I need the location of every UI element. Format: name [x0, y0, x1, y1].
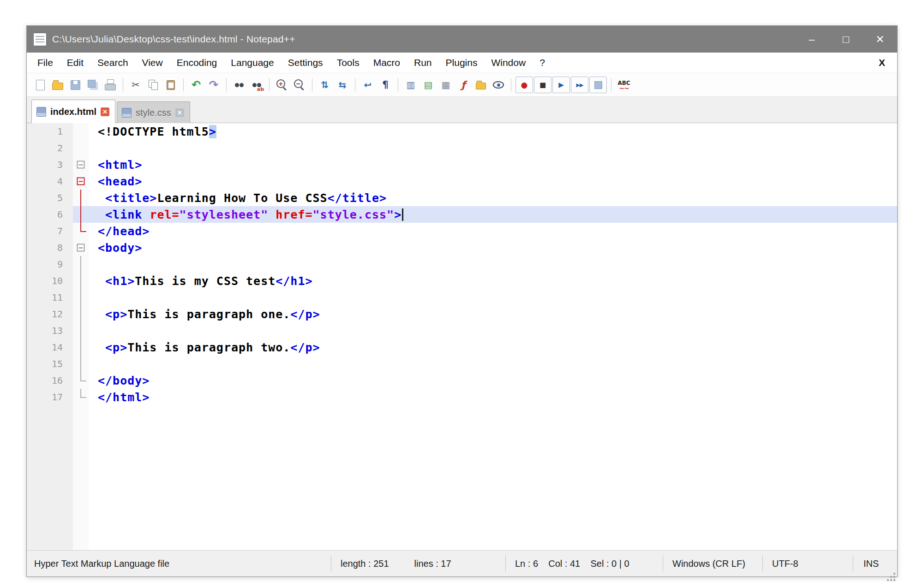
code-line-10[interactable]: 10 <h1>This is my CSS test</h1> — [27, 273, 897, 289]
word-wrap-button[interactable] — [360, 77, 376, 93]
menu-settings[interactable]: Settings — [281, 53, 330, 73]
line-number: 1 — [27, 126, 73, 137]
menu-encoding[interactable]: Encoding — [170, 53, 224, 73]
status-bar: Hyper Text Markup Language file length :… — [27, 550, 897, 576]
document-map-button[interactable] — [438, 77, 454, 93]
code-line-8[interactable]: 8<body> — [27, 239, 897, 256]
line-number: 11 — [27, 292, 73, 303]
code-text: <h1>This is my CSS test</h1> — [89, 274, 313, 288]
menu-language[interactable]: Language — [224, 53, 281, 73]
code-line-13[interactable]: 13 — [27, 322, 897, 339]
save-icon — [67, 77, 84, 93]
close-document-button[interactable]: X — [879, 57, 897, 68]
toolbar-divider — [355, 78, 355, 91]
code-line-12[interactable]: 12 <p>This is paragraph one.</p> — [27, 306, 897, 322]
fold-margin[interactable] — [73, 239, 89, 256]
macro-playback-button[interactable] — [552, 77, 570, 93]
code-line-2[interactable]: 2 — [27, 140, 897, 156]
code-text: <!DOCTYPE html5> — [89, 125, 216, 138]
macro-save-button[interactable] — [589, 77, 607, 93]
code-line-4[interactable]: 4<head> — [27, 173, 897, 190]
copy-button[interactable] — [145, 77, 162, 93]
replace-button[interactable] — [248, 77, 265, 93]
function-list-button[interactable] — [455, 77, 472, 93]
code-line-6[interactable]: 6 <link rel="stylesheet" href="style.css… — [27, 206, 897, 223]
tab-close-icon[interactable]: ✕ — [175, 108, 184, 117]
fold-collapse-icon[interactable] — [77, 244, 85, 252]
code-line-17[interactable]: 17</html> — [27, 389, 897, 405]
menu-window[interactable]: Window — [484, 53, 533, 73]
save-button[interactable] — [67, 77, 84, 93]
code-line-11[interactable]: 11 — [27, 289, 897, 306]
fold-collapse-icon[interactable] — [77, 161, 85, 169]
print-icon — [102, 77, 119, 93]
tab-style-css[interactable]: style.css✕ — [117, 101, 190, 123]
tab-index-html[interactable]: index.html✕ — [31, 100, 115, 123]
fold-line — [80, 306, 81, 322]
fold-margin[interactable] — [73, 156, 89, 173]
title-bar[interactable]: C:\Users\Julia\Desktop\css-test\index.ht… — [27, 26, 897, 53]
macro-save-icon — [590, 77, 606, 93]
menu-run[interactable]: Run — [407, 53, 439, 73]
define-language-button[interactable] — [420, 77, 437, 93]
save-all-button[interactable] — [84, 77, 101, 93]
code-line-14[interactable]: 14 <p>This is paragraph two.</p> — [27, 339, 897, 356]
menu-macro[interactable]: Macro — [366, 53, 407, 73]
zoom-in-button[interactable] — [274, 77, 290, 93]
fold-margin — [73, 256, 89, 273]
code-line-7[interactable]: 7</head> — [27, 223, 897, 239]
find-button[interactable] — [231, 77, 247, 93]
undo-button[interactable] — [188, 77, 204, 93]
tab-close-icon[interactable]: ✕ — [101, 107, 109, 116]
folder-as-workspace-button[interactable] — [473, 77, 489, 93]
code-line-3[interactable]: 3<html> — [27, 156, 897, 173]
spell-check-button[interactable] — [616, 77, 632, 93]
code-line-5[interactable]: 5 <title>Learning How To Use CSS</title> — [27, 190, 897, 206]
toolbar-divider — [312, 78, 312, 91]
menu-tools[interactable]: Tools — [330, 53, 366, 73]
save-all-icon — [84, 77, 101, 93]
show-indent-guide-icon — [402, 77, 419, 93]
file-saved-icon — [36, 107, 46, 117]
menu-file[interactable]: File — [30, 53, 60, 73]
notepad-app-icon — [33, 33, 47, 46]
editor[interactable]: 1<!DOCTYPE html5>23<html>4<head>5 <title… — [27, 123, 897, 550]
menu-edit[interactable]: Edit — [60, 53, 90, 73]
resize-grip[interactable] — [893, 573, 895, 575]
window-title: C:\Users\Julia\Desktop\css-test\index.ht… — [52, 34, 295, 45]
fold-collapse-icon[interactable] — [77, 178, 85, 185]
macro-stop-button[interactable] — [534, 77, 551, 93]
menu-help[interactable]: ? — [533, 53, 552, 73]
minimize-button[interactable]: – — [795, 26, 829, 53]
macro-record-button[interactable] — [515, 77, 533, 93]
maximize-button[interactable]: □ — [829, 26, 863, 53]
open-file-button[interactable] — [49, 77, 66, 93]
fold-margin — [73, 190, 89, 206]
code-line-16[interactable]: 16</body> — [27, 372, 897, 389]
redo-button[interactable] — [205, 77, 222, 93]
menu-search[interactable]: Search — [90, 53, 135, 73]
menu-plugins[interactable]: Plugins — [439, 53, 485, 73]
code-line-9[interactable]: 9 — [27, 256, 897, 273]
paste-button[interactable] — [162, 77, 179, 93]
code-text: <p>This is paragraph two.</p> — [89, 341, 320, 354]
fold-margin[interactable] — [73, 173, 89, 190]
show-indent-guide-button[interactable] — [402, 77, 419, 93]
cut-button[interactable] — [127, 77, 144, 93]
close-button[interactable]: ✕ — [863, 26, 897, 53]
macro-run-multiple-button[interactable] — [571, 77, 588, 93]
sync-scroll-vertical-button[interactable] — [317, 77, 333, 93]
menu-view[interactable]: View — [135, 53, 170, 73]
show-all-characters-button[interactable] — [377, 77, 394, 93]
monitoring-button[interactable] — [490, 77, 507, 93]
new-file-button[interactable] — [32, 77, 48, 93]
fold-margin — [73, 206, 89, 223]
zoom-out-button[interactable] — [291, 77, 308, 93]
code-line-1[interactable]: 1<!DOCTYPE html5> — [27, 123, 897, 140]
fold-line — [80, 372, 81, 381]
sync-scroll-horizontal-button[interactable] — [334, 77, 351, 93]
code-line-15[interactable]: 15 — [27, 356, 897, 372]
line-number: 7 — [27, 226, 73, 237]
open-file-icon — [49, 77, 66, 93]
print-button[interactable] — [102, 77, 119, 93]
